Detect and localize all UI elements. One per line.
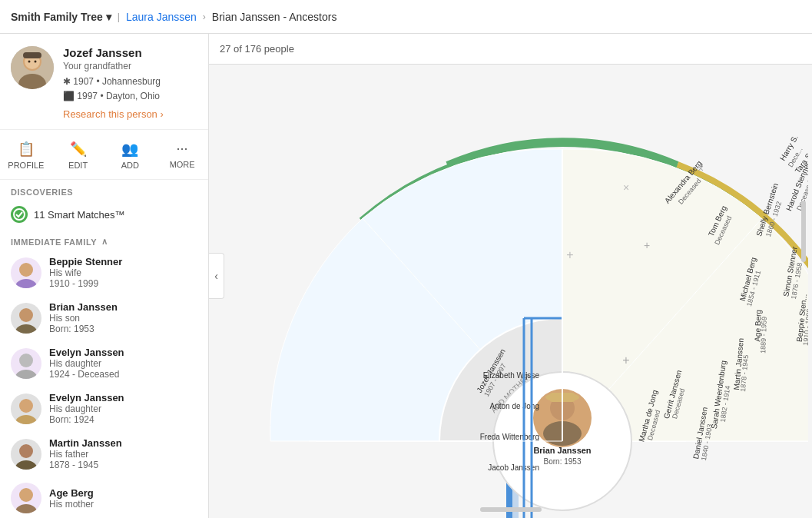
svg-point-9 <box>15 279 37 288</box>
smart-matches[interactable]: 11 Smart Matches™ <box>0 200 208 229</box>
person-relation: Your grandfather <box>63 61 197 71</box>
edit-icon: ✏️ <box>70 141 87 158</box>
tree-name-dropdown[interactable]: Smith Family Tree ▾ <box>11 11 111 23</box>
svg-text:1889 - 1959: 1889 - 1959 <box>759 317 768 354</box>
profile-icon: 📋 <box>18 141 35 158</box>
svg-point-10 <box>19 308 33 322</box>
person-death: ⬛ 1997 • Dayton, Ohio <box>63 89 197 104</box>
member-avatar-1 <box>11 303 41 334</box>
more-button[interactable]: ··· MORE <box>156 133 208 176</box>
svg-text:Born: 1953: Born: 1953 <box>544 457 582 466</box>
family-member-3[interactable]: Evelyn Janssen His daughter Born: 1924 <box>0 386 208 431</box>
svg-point-8 <box>19 263 33 277</box>
svg-point-14 <box>19 399 33 413</box>
svg-text:+: + <box>644 239 650 251</box>
breadcrumb-current: Brian Janssen - Ancestors <box>212 11 337 23</box>
family-member-2[interactable]: Evelyn Janssen His daughter 1924 - Decea… <box>0 340 208 386</box>
member-avatar-3 <box>11 393 41 424</box>
person-birth: ✱ 1907 • Johannesburg <box>63 75 197 89</box>
person-card: Jozef Janssen Your grandfather ✱ 1907 • … <box>0 34 208 130</box>
member-avatar-5 <box>11 483 41 513</box>
tree-name-label: Smith Family Tree <box>11 11 103 23</box>
member-avatar-0 <box>11 257 41 288</box>
member-info-4: Martin Janssen His father 1878 - 1945 <box>49 437 122 470</box>
svg-text:Brian Janssen: Brian Janssen <box>533 446 591 455</box>
profile-button[interactable]: 📋 PROFILE <box>0 133 52 176</box>
family-member-0[interactable]: Beppie Stenner His wife 1910 - 1999 <box>0 250 208 295</box>
smart-matches-label: 11 Smart Matches™ <box>34 209 125 221</box>
svg-text:+: + <box>566 248 573 261</box>
dropdown-icon: ▾ <box>106 11 111 23</box>
svg-point-5 <box>28 61 31 63</box>
member-info-2: Evelyn Janssen His daughter 1924 - Decea… <box>49 347 124 380</box>
member-avatar-4 <box>11 439 41 470</box>
smart-matches-icon <box>11 206 28 223</box>
collapse-icon: ∧ <box>101 237 108 247</box>
svg-text:×: × <box>623 181 629 194</box>
svg-point-11 <box>15 324 37 334</box>
svg-point-15 <box>15 415 37 424</box>
svg-point-18 <box>19 488 33 502</box>
more-icon: ··· <box>177 141 188 157</box>
people-count: 27 of 176 people <box>220 43 294 55</box>
family-section-header: IMMEDIATE FAMILY ∧ <box>0 229 208 250</box>
toolbar: 27 of 176 people <box>209 34 812 65</box>
member-avatar-2 <box>11 348 41 379</box>
svg-point-17 <box>15 460 37 470</box>
member-info-5: Age Berg His mother <box>49 487 94 510</box>
svg-point-7 <box>14 209 25 220</box>
add-icon: 👥 <box>121 141 138 158</box>
fan-chart[interactable]: ADD MOTHER Brian Janssen Born: 1953 Joze… <box>209 65 812 518</box>
svg-point-12 <box>19 354 33 367</box>
svg-point-13 <box>15 370 37 379</box>
svg-point-6 <box>35 61 37 63</box>
sidebar-collapse-button[interactable]: ‹ <box>209 253 224 299</box>
person-info: Jozef Janssen Your grandfather ✱ 1907 • … <box>63 46 197 120</box>
vertical-scrollbar[interactable] <box>801 201 806 262</box>
member-info-3: Evelyn Janssen His daughter Born: 1924 <box>49 392 124 425</box>
horizontal-scrollbar[interactable] <box>480 507 542 512</box>
death-icon: ⬛ <box>63 91 75 101</box>
family-member-5[interactable]: Age Berg His mother <box>0 476 208 518</box>
svg-text:Freda Wittenberg: Freda Wittenberg <box>480 433 539 441</box>
family-member-1[interactable]: Brian Janssen His son Born: 1953 <box>0 295 208 340</box>
birth-icon: ✱ <box>63 76 71 87</box>
action-buttons: 📋 PROFILE ✏️ EDIT 👥 ADD ··· MORE <box>0 130 208 180</box>
family-member-4[interactable]: Martin Janssen His father 1878 - 1945 <box>0 431 208 476</box>
member-info-1: Brian Janssen His son Born: 1953 <box>49 301 118 334</box>
edit-button[interactable]: ✏️ EDIT <box>52 133 104 176</box>
breadcrumb-separator-1: | <box>118 12 120 22</box>
app-header: Smith Family Tree ▾ | Laura Janssen › Br… <box>0 0 812 34</box>
breadcrumb-parent[interactable]: Laura Janssen <box>126 11 197 23</box>
member-info-0: Beppie Stenner His wife 1910 - 1999 <box>49 256 122 289</box>
fan-chart-svg: ADD MOTHER Brian Janssen Born: 1953 Joze… <box>209 65 808 518</box>
main-content: ‹ 27 of 176 people <box>209 34 812 518</box>
person-name: Jozef Janssen <box>63 46 197 59</box>
app-body: Jozef Janssen Your grandfather ✱ 1907 • … <box>0 34 812 518</box>
sidebar: Jozef Janssen Your grandfather ✱ 1907 • … <box>0 34 209 518</box>
avatar <box>11 46 54 89</box>
svg-point-16 <box>19 444 33 458</box>
research-link[interactable]: Research this person › <box>63 108 164 120</box>
add-button[interactable]: 👥 ADD <box>104 133 157 176</box>
svg-rect-4 <box>23 52 41 58</box>
breadcrumb-separator-2: › <box>203 12 206 22</box>
svg-text:+: + <box>622 354 629 367</box>
discoveries-header: DISCOVERIES <box>0 180 208 200</box>
svg-point-19 <box>15 504 37 513</box>
